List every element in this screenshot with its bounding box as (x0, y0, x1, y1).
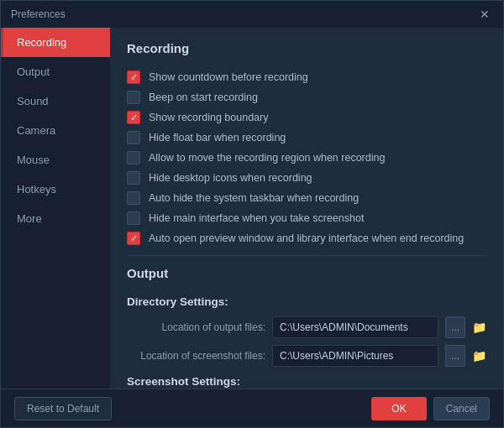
checkbox-boundary[interactable]: ✓ (127, 111, 140, 124)
ok-button[interactable]: OK (371, 397, 426, 420)
sidebar: RecordingOutputSoundCameraMouseHotkeysMo… (1, 28, 110, 389)
checkbox-item-floatbar: Hide float bar when recording (127, 131, 486, 144)
output-section-title: Output (127, 266, 486, 285)
sidebar-item-recording[interactable]: Recording (1, 28, 110, 57)
screenshot-files-label: Location of screenshot files: (127, 350, 265, 362)
checkbox-label-beep: Beep on start recording (149, 91, 258, 103)
checkbox-item-taskbar: Auto hide the system taskbar when record… (127, 191, 486, 205)
screenshot-files-row: Location of screenshot files: ... 📁 (127, 345, 486, 367)
screenshot-files-input[interactable] (272, 345, 438, 367)
checkbox-label-desktopicons: Hide desktop icons when recording (149, 172, 312, 184)
checkbox-maininterface[interactable] (127, 211, 140, 225)
checkbox-label-moveregion: Allow to move the recording region when … (149, 152, 385, 164)
checkbox-autoopen[interactable]: ✓ (127, 232, 140, 245)
checkbox-item-beep: Beep on start recording (127, 91, 486, 104)
footer: Reset to Default OK Cancel (1, 389, 503, 427)
checkboxes-list: ✓Show countdown before recordingBeep on … (127, 70, 486, 245)
sidebar-item-hotkeys[interactable]: Hotkeys (1, 175, 110, 204)
checkbox-beep[interactable] (127, 91, 140, 104)
screenshot-files-dots-button[interactable]: ... (445, 345, 465, 367)
footer-right: OK Cancel (371, 397, 490, 420)
output-files-row: Location of output files: ... 📁 (127, 316, 486, 338)
sidebar-item-camera[interactable]: Camera (1, 116, 110, 145)
sidebar-item-sound[interactable]: Sound (1, 86, 110, 116)
checkbox-moveregion[interactable] (127, 151, 140, 164)
preferences-dialog: Preferences ✕ RecordingOutputSoundCamera… (0, 0, 504, 428)
close-button[interactable]: ✕ (476, 6, 493, 23)
checkbox-label-countdown: Show countdown before recording (149, 71, 308, 83)
checkbox-item-autoopen: ✓Auto open preview window and library in… (127, 232, 486, 245)
content-area: Recording ✓Show countdown before recordi… (110, 28, 503, 389)
output-files-input[interactable] (272, 316, 438, 338)
checkbox-label-boundary: Show recording boundary (149, 112, 268, 123)
checkbox-label-floatbar: Hide float bar when recording (149, 132, 286, 144)
checkbox-label-autoopen: Auto open preview window and library int… (149, 232, 464, 244)
checkbox-label-maininterface: Hide main interface when you take screen… (149, 212, 364, 224)
sidebar-item-output[interactable]: Output (1, 57, 110, 86)
checkbox-item-moveregion: Allow to move the recording region when … (127, 151, 486, 164)
checkbox-item-countdown: ✓Show countdown before recording (127, 70, 486, 84)
sidebar-item-more[interactable]: More (1, 204, 110, 233)
directory-settings-subtitle: Directory Settings: (127, 295, 486, 308)
screenshot-files-folder-button[interactable]: 📁 (472, 345, 486, 367)
output-files-folder-button[interactable]: 📁 (472, 316, 486, 338)
checkbox-desktopicons[interactable] (127, 171, 140, 185)
title-bar: Preferences ✕ (1, 1, 503, 28)
output-files-label: Location of output files: (127, 321, 265, 333)
screenshot-settings-subtitle: Screenshot Settings: (127, 375, 486, 388)
output-files-dots-button[interactable]: ... (445, 316, 465, 338)
title-bar-label: Preferences (11, 8, 66, 20)
main-area: RecordingOutputSoundCameraMouseHotkeysMo… (1, 28, 503, 389)
checkbox-floatbar[interactable] (127, 131, 140, 144)
checkbox-label-taskbar: Auto hide the system taskbar when record… (149, 192, 359, 204)
checkbox-countdown[interactable]: ✓ (127, 70, 140, 84)
sidebar-item-mouse[interactable]: Mouse (1, 145, 110, 175)
section-divider (127, 255, 486, 256)
checkbox-item-maininterface: Hide main interface when you take screen… (127, 211, 486, 225)
recording-section-title: Recording (127, 41, 486, 60)
reset-button[interactable]: Reset to Default (14, 397, 112, 420)
checkbox-item-boundary: ✓Show recording boundary (127, 111, 486, 124)
checkbox-item-desktopicons: Hide desktop icons when recording (127, 171, 486, 185)
checkbox-taskbar[interactable] (127, 191, 140, 205)
cancel-button[interactable]: Cancel (433, 397, 490, 420)
